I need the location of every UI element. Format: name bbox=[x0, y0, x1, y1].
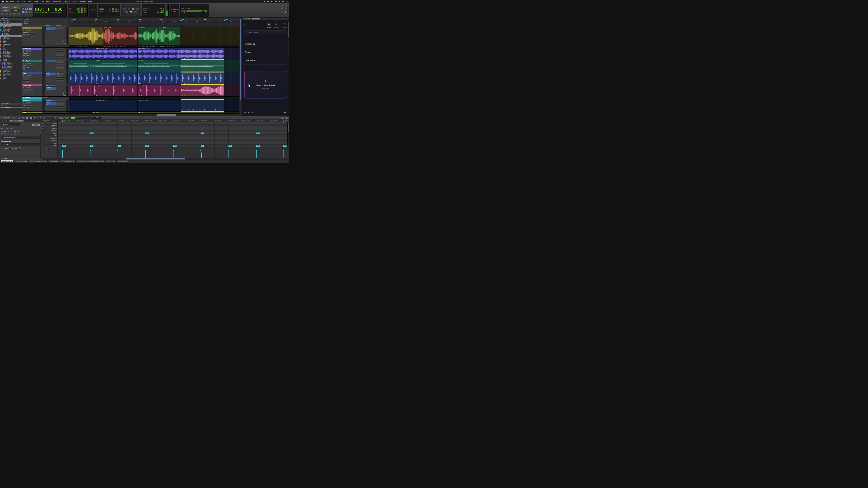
track-item-voc-samples[interactable]: Voc Samples bbox=[0, 43, 22, 45]
send-c[interactable]: c bbox=[56, 103, 64, 105]
tab-clip-effects[interactable]: CLIP EFFECTS bbox=[14, 160, 28, 162]
track-item-sample-drop[interactable]: Sample Drop bbox=[0, 20, 22, 22]
send-d[interactable]: d bbox=[56, 66, 64, 67]
menu-clip[interactable]: Clip bbox=[39, 1, 44, 2]
tab-midi-operations[interactable]: MIDI OPERATIONS bbox=[9, 120, 24, 122]
midi-target-icon[interactable]: ◉ bbox=[285, 117, 288, 119]
track-view-selector[interactable]: clips▾ bbox=[23, 65, 35, 66]
menu-view[interactable]: View bbox=[26, 1, 32, 2]
insert-lowpass[interactable]: Lowpass bbox=[45, 74, 56, 76]
clip-hats-02-18[interactable]: Hats_02-18 bbox=[92, 112, 137, 113]
track-item-gc-drums[interactable]: GC DRUMS bbox=[0, 30, 22, 31]
mini-mute[interactable]: M bbox=[63, 41, 64, 42]
midi-record-button[interactable]: ● bbox=[1, 117, 3, 119]
clip-vox-07-15-39[interactable]: Vox.07_15-39+3.0 dB bbox=[158, 27, 180, 45]
tempo-value[interactable]: 129.0000 bbox=[157, 11, 164, 13]
ruler-label-secs[interactable]: Min:Secs bbox=[24, 21, 29, 23]
midi-vscrollbar[interactable] bbox=[287, 122, 289, 147]
mini-pan[interactable]: P bbox=[64, 41, 66, 42]
swing-bar[interactable] bbox=[186, 11, 204, 12]
track-btn-o[interactable]: O bbox=[23, 30, 25, 31]
midi-nudge-value[interactable]: 0| 1| 000 bbox=[91, 117, 99, 119]
tab-midi-editor[interactable]: MIDI EDITOR bbox=[1, 160, 13, 162]
insert-procomp[interactable]: ProComp bbox=[45, 27, 56, 29]
quantize-source-select[interactable]: Elastic Audio Events▾ bbox=[1, 136, 40, 139]
rewind-button[interactable] bbox=[127, 8, 130, 10]
groups-menu-icon[interactable]: ≡ bbox=[1, 103, 2, 104]
toolbar-menu-icon[interactable]: ≡ bbox=[280, 10, 284, 13]
track-btn-m[interactable]: M bbox=[29, 102, 31, 104]
me-lane-name-conga[interactable]: Conga bbox=[45, 122, 58, 125]
mic-icon[interactable] bbox=[264, 1, 266, 2]
play-icon[interactable] bbox=[248, 111, 250, 113]
velocity-stem[interactable] bbox=[90, 151, 90, 158]
clip[interactable] bbox=[69, 60, 95, 72]
velocity-stem[interactable] bbox=[257, 153, 257, 158]
grabber-tool-icon[interactable]: ✚ bbox=[22, 10, 25, 13]
midi-mode-shuffle[interactable]: SHUFFLE bbox=[59, 117, 64, 118]
track-btn-o[interactable]: O bbox=[23, 87, 25, 89]
fast-forward-button[interactable] bbox=[132, 8, 135, 10]
menu-event[interactable]: Event bbox=[45, 1, 52, 2]
track-item-v-love[interactable]: V Love bbox=[0, 49, 22, 50]
menu-audiosuite[interactable]: AudioSuite bbox=[52, 1, 63, 2]
inserts-header[interactable]: INSERTS A-E bbox=[45, 25, 52, 26]
track-btn-i[interactable]: I bbox=[25, 87, 27, 89]
splice-scrollbar[interactable] bbox=[288, 21, 289, 58]
auto-dyn[interactable]: dyn bbox=[23, 55, 26, 56]
track-btn-i[interactable]: I bbox=[25, 50, 27, 52]
track-item-a12-endharm4[interactable]: A12 EndHarm4 bbox=[0, 66, 22, 67]
clip[interactable]: +0.1 dB bbox=[181, 84, 224, 96]
nav-settings[interactable]: ⚙Settings bbox=[282, 23, 287, 28]
ruler-secs[interactable]: 4:244:254:264:274:284:294:304:314:324:33… bbox=[69, 21, 239, 23]
track-btn-s[interactable]: S bbox=[27, 30, 29, 31]
track-item-finger-snaps[interactable]: Finger snaps bbox=[0, 28, 22, 30]
midi-zoom-tool[interactable]: ◎ bbox=[18, 117, 21, 119]
midi-track-selector[interactable]: Soar Synth▾ bbox=[39, 117, 49, 119]
clip-inst-2-08[interactable]: Inst 2-08 bbox=[137, 60, 181, 72]
tracks-panel-header[interactable]: ≡TRACKS▾ bbox=[0, 18, 22, 20]
tracks-menu-icon[interactable]: ≡ bbox=[1, 18, 2, 20]
preserve-duration-checkbox[interactable]: Preserve note duration bbox=[0, 133, 42, 135]
me-tool-2[interactable]: ♪ bbox=[42, 127, 44, 130]
ruler-markers[interactable] bbox=[69, 23, 239, 25]
track-view-selector[interactable]: waveform▾ bbox=[23, 77, 35, 79]
tuplet-checkbox[interactable]: Tuplet bbox=[1, 148, 7, 150]
plugin-mode-label[interactable]: none bbox=[23, 69, 25, 70]
track-item-stabs[interactable]: Stabs bbox=[0, 42, 22, 43]
midi-note-c2[interactable]: C2 bbox=[228, 145, 232, 147]
me-lane-name-sub[interactable]: Sub bbox=[45, 142, 58, 144]
insert-chnlstrp[interactable]: ChnlStrp bbox=[45, 72, 56, 74]
midi-solo-button[interactable]: S bbox=[4, 117, 6, 119]
splice-row-genres[interactable]: Genres› bbox=[242, 48, 289, 56]
clip[interactable] bbox=[181, 99, 224, 111]
track-nameplate[interactable]: Finger snaps bbox=[22, 84, 42, 87]
me-ruler-title[interactable]: Bars|Beats bbox=[42, 120, 58, 122]
me-lane-name-snare[interactable]: Snare bbox=[45, 132, 58, 135]
track-btn-s[interactable]: S bbox=[27, 75, 29, 76]
grid-size-value[interactable]: 1/16 note bbox=[185, 8, 190, 9]
menu-help[interactable]: Help bbox=[87, 1, 93, 2]
tab-splice[interactable]: SPLICE bbox=[251, 18, 260, 20]
send-verb-2[interactable]: Verb 2 bbox=[56, 62, 64, 64]
ruler-label-markers[interactable]: Markers bbox=[24, 23, 28, 24]
auto-dyn[interactable]: dyn bbox=[23, 67, 26, 68]
track-btn-m[interactable]: M bbox=[29, 87, 31, 89]
clock-icon[interactable] bbox=[286, 1, 287, 2]
midi-ops-scrollbar[interactable] bbox=[40, 123, 41, 159]
quantize-grid-select[interactable]: 1/16 note▾ bbox=[1, 143, 40, 146]
auto-read[interactable]: read bbox=[26, 106, 30, 108]
track-btn-m[interactable]: M bbox=[29, 50, 31, 52]
velocity-stem[interactable] bbox=[202, 153, 202, 158]
me-lane-name-high-tom[interactable]: High Tom bbox=[45, 125, 58, 127]
tab-synthesizer-v-studio-2araplugin[interactable]: SYNTHESIZER V STUDIO 2ARAPLUGIN bbox=[76, 160, 105, 162]
midi-mute-button[interactable]: M bbox=[7, 117, 9, 119]
zoom-preset-3[interactable]: 3 bbox=[9, 13, 12, 15]
track-item-hats[interactable]: Hats bbox=[0, 35, 22, 36]
track-btn-m[interactable]: M bbox=[29, 63, 31, 64]
track-btn-s[interactable]: S bbox=[27, 63, 29, 64]
track-item-orca-string[interactable]: Orca String bbox=[0, 38, 22, 39]
operation-select[interactable]: Quantize▾ bbox=[1, 123, 20, 126]
midi-note-c2[interactable]: C2 bbox=[283, 145, 287, 147]
midi-note-f2[interactable]: F2 bbox=[200, 132, 205, 134]
